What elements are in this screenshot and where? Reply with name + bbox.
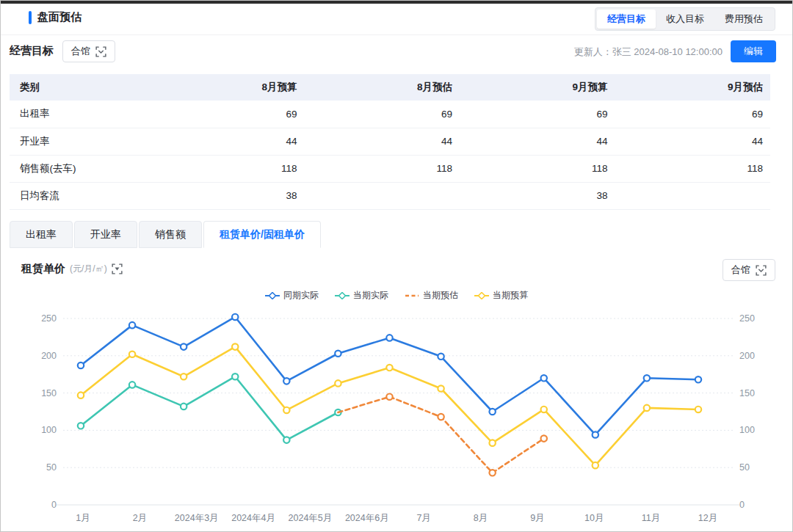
data-point[interactable] — [489, 470, 495, 475]
browser-top-strip — [1, 1, 792, 4]
row-value: 44 — [305, 128, 460, 155]
data-point[interactable] — [232, 374, 238, 379]
legend-marker-icon — [474, 292, 489, 299]
data-point[interactable] — [129, 382, 135, 387]
data-point[interactable] — [593, 431, 598, 437]
x-tick-label: 2024年5月 — [289, 513, 333, 523]
section-scope-value: 合馆 — [71, 45, 90, 58]
table-row-0: 出租率69696969 — [10, 101, 770, 128]
y-tick-right: 250 — [739, 313, 755, 324]
data-point[interactable] — [489, 440, 495, 445]
data-point[interactable] — [438, 414, 443, 420]
legend-item-2[interactable]: 当期预估 — [405, 289, 458, 302]
data-point[interactable] — [181, 404, 187, 409]
data-point[interactable] — [335, 380, 341, 386]
data-point[interactable] — [644, 375, 650, 381]
x-tick-label: 7月 — [416, 513, 430, 523]
x-tick-label: 10月 — [584, 513, 604, 523]
data-point[interactable] — [232, 343, 238, 349]
data-point[interactable] — [695, 407, 701, 412]
table-row-2: 销售额(去车)118118118118 — [10, 155, 770, 182]
x-tick-label: 2月 — [133, 513, 147, 523]
legend-label: 同期实际 — [283, 289, 319, 302]
legend-marker-icon — [265, 292, 280, 299]
chart-legend: 同期实际当期实际当期预估当期预算 — [1, 289, 792, 302]
data-point[interactable] — [386, 393, 392, 399]
goal-table-header-row: 类别8月预算8月预估9月预算9月预估 — [10, 74, 770, 101]
data-point[interactable] — [283, 378, 289, 384]
y-tick-right: 50 — [739, 462, 750, 473]
y-tick-left: 250 — [41, 313, 57, 324]
legend-item-1[interactable]: 当期实际 — [335, 289, 388, 302]
data-point[interactable] — [78, 362, 84, 368]
edit-button[interactable]: 编辑 — [731, 40, 776, 62]
chart-tab-1[interactable]: 开业率 — [74, 221, 137, 248]
row-value: 118 — [460, 155, 615, 182]
data-point[interactable] — [541, 375, 547, 381]
legend-item-3[interactable]: 当期预算 — [474, 289, 528, 302]
data-point[interactable] — [232, 314, 238, 320]
legend-marker-icon — [335, 292, 350, 299]
legend-item-0[interactable]: 同期实际 — [265, 289, 319, 302]
chart-title-select-icon[interactable] — [112, 263, 123, 274]
x-tick-label: 12月 — [698, 513, 717, 523]
col-header-0: 类别 — [10, 74, 149, 101]
data-point[interactable] — [593, 462, 598, 468]
row-value: 44 — [615, 128, 771, 155]
data-point[interactable] — [541, 407, 547, 412]
row-value — [615, 182, 771, 209]
data-point[interactable] — [438, 385, 443, 391]
header-tab-1[interactable]: 收入目标 — [656, 10, 714, 29]
chart-tab-0[interactable]: 出租率 — [10, 221, 73, 248]
table-row-1: 开业率44444444 — [10, 128, 770, 155]
chart-tab-3[interactable]: 租赁单价/固租单价 — [203, 221, 321, 248]
y-tick-right: 100 — [739, 425, 755, 435]
section-scope-selector[interactable]: 合馆 — [62, 40, 115, 62]
row-value: 118 — [149, 155, 305, 182]
data-point[interactable] — [644, 405, 650, 411]
y-tick-right: 200 — [739, 351, 755, 361]
x-tick-label: 11月 — [642, 513, 660, 523]
row-value — [305, 182, 460, 209]
x-tick-label: 9月 — [530, 513, 544, 523]
row-value: 69 — [615, 101, 771, 128]
data-point[interactable] — [438, 354, 443, 360]
section-title: 经营目标 — [10, 44, 54, 58]
data-point[interactable] — [129, 351, 135, 357]
y-tick-left: 50 — [46, 462, 57, 473]
legend-label: 当期预算 — [493, 289, 528, 302]
header-tab-group: 经营目标收入目标费用预估 — [595, 7, 775, 31]
data-point[interactable] — [283, 407, 289, 413]
chart-tab-2[interactable]: 销售额 — [139, 221, 202, 248]
data-point[interactable] — [181, 374, 187, 379]
header-divider — [1, 34, 792, 35]
data-point[interactable] — [695, 376, 701, 382]
data-point[interactable] — [283, 437, 289, 442]
data-point[interactable] — [386, 335, 392, 340]
chart-scope-selector[interactable]: 合馆 — [723, 259, 775, 281]
header-tab-0[interactable]: 经营目标 — [597, 10, 656, 29]
row-value: 118 — [615, 155, 771, 182]
title-accent-bar — [29, 11, 32, 24]
data-point[interactable] — [489, 409, 495, 415]
data-point[interactable] — [335, 351, 341, 357]
data-point[interactable] — [129, 322, 135, 328]
data-point[interactable] — [78, 392, 84, 398]
col-header-3: 9月预算 — [460, 74, 615, 101]
scope-select-icon — [95, 46, 106, 57]
data-point[interactable] — [386, 365, 392, 371]
chart-unit: (元/月/㎡) — [70, 263, 107, 275]
y-tick-left: 150 — [41, 388, 57, 398]
row-value: 44 — [149, 128, 305, 155]
data-point[interactable] — [78, 423, 84, 429]
scope-select-icon — [756, 265, 767, 276]
header-tab-2[interactable]: 费用预估 — [714, 10, 773, 29]
row-value: 69 — [149, 101, 305, 128]
y-tick-right: 0 — [739, 500, 745, 510]
goal-table: 类别8月预算8月预估9月预算9月预估 出租率69696969开业率4444444… — [10, 74, 770, 210]
data-point[interactable] — [541, 435, 547, 441]
row-value: 118 — [305, 155, 460, 182]
data-point[interactable] — [181, 343, 187, 349]
x-tick-label: 2024年3月 — [175, 513, 219, 523]
chart-tab-bar: 出租率开业率销售额租赁单价/固租单价 — [10, 221, 321, 248]
